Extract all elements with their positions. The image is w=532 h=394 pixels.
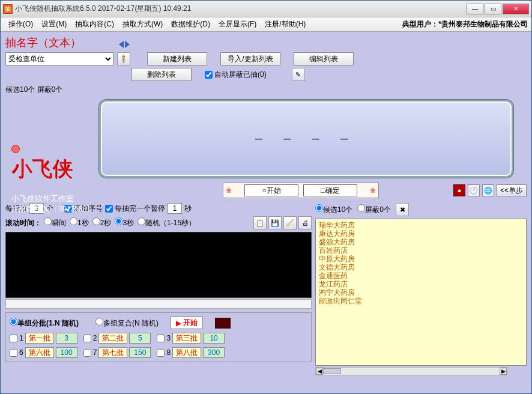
batch-label: 第二批 (98, 333, 127, 344)
batch-value[interactable]: 100 (56, 347, 77, 358)
menu-operate[interactable]: 操作(O) (4, 17, 37, 31)
prev-arrow-icon[interactable] (119, 41, 124, 48)
scroll-right-icon[interactable]: ▶ (500, 368, 507, 375)
batch-label: 第一批 (25, 333, 54, 344)
new-list-button[interactable]: 新建列表 (147, 52, 207, 65)
result-display: — — — — (99, 100, 513, 178)
radio-2s[interactable]: 2秒 (92, 217, 112, 228)
batch-n: 6 (19, 348, 23, 357)
batch-n: 7 (93, 348, 97, 357)
batch-n: 2 (93, 334, 97, 342)
radio-random[interactable]: 随机（1-15秒） (138, 217, 196, 228)
batch-item: 2第二批5 (83, 333, 151, 344)
unit-select[interactable]: 受检查单位 (5, 52, 113, 65)
radio-instant[interactable]: 瞬间 (44, 217, 66, 228)
scroll-thumb[interactable] (323, 368, 341, 374)
control-box: ○开始 □确定 (223, 183, 379, 198)
delete-list-button[interactable]: 删除列表 (131, 68, 192, 81)
list-item[interactable]: 金通医药 (319, 271, 523, 280)
print-icon[interactable]: 🖨 (298, 216, 312, 229)
batch-value[interactable]: 300 (203, 347, 225, 358)
list-item[interactable]: 中原大药房 (319, 255, 523, 263)
batch-check[interactable] (10, 335, 17, 342)
step-button[interactable]: <<单步 (497, 184, 527, 196)
menu-help[interactable]: 注册/帮助(H) (261, 17, 310, 31)
pause-suf: 秒 (184, 204, 192, 214)
clear-icon[interactable]: 🧹 (283, 216, 297, 229)
next-arrow-icon[interactable] (125, 41, 130, 48)
batch-label: 第六批 (25, 347, 54, 358)
note-icon[interactable]: ✎ (292, 68, 305, 81)
list-item[interactable]: 文德大药房 (319, 263, 523, 271)
scroll-left-icon[interactable]: ◀ (316, 368, 323, 375)
batch-value[interactable]: 10 (203, 333, 225, 344)
result-placeholder: — — — — (255, 135, 357, 143)
edit-list-button[interactable]: 编辑列表 (294, 52, 354, 65)
close-button[interactable]: ✕ (503, 4, 529, 14)
contact-info: 注册联系QQ：39135831 (11, 204, 91, 214)
logo-text: 小飞侠 (11, 157, 73, 180)
batch-start-button[interactable]: ▶开始 (171, 317, 203, 329)
batch-check[interactable] (83, 349, 91, 357)
clock-icon[interactable]: 🕐 (468, 184, 480, 196)
logo: 小飞侠 小飞侠软件工作室 注册联系QQ：39135831 (11, 145, 91, 214)
import-list-button[interactable]: 导入/更新列表 (220, 52, 280, 65)
pause-input[interactable] (168, 203, 182, 214)
confirm-button[interactable]: □确定 (303, 184, 357, 196)
menu-method[interactable]: 抽取方式(W) (118, 17, 167, 31)
copy-icon[interactable]: 📋 (253, 216, 267, 229)
batch-item: 7第七批150 (83, 347, 151, 358)
refresh-icon[interactable]: 🧍 (117, 52, 130, 65)
list-delete-icon[interactable]: ✖ (396, 203, 409, 216)
list-item[interactable]: 邮政街同仁堂 (319, 297, 523, 305)
maximize-button[interactable]: ▭ (485, 4, 501, 14)
radio-hidden[interactable]: 屏蔽0个 (357, 204, 391, 215)
menu-data[interactable]: 数据维护(D) (167, 17, 214, 31)
candidate-count: 候选10个 屏蔽0个 (5, 85, 527, 95)
list-item[interactable]: 盛源大药房 (319, 238, 523, 246)
list-item[interactable]: 瑞华大药房 (319, 221, 523, 229)
radio-candidates[interactable]: 候选10个 (315, 204, 352, 215)
batch-n: 1 (19, 334, 23, 342)
list-item[interactable]: 鸿宁大药房 (319, 288, 523, 297)
list-item[interactable]: 龙江药店 (319, 280, 523, 288)
batch-value[interactable]: 5 (129, 333, 151, 344)
window-title: 小飞侠随机抽取系统6.5.0 2017-02-17(星期五) 10:49:21 (15, 4, 467, 14)
stop-icon[interactable] (215, 318, 231, 329)
minimize-button[interactable]: — (467, 4, 483, 14)
menubar: 操作(O) 设置(M) 抽取内容(C) 抽取方式(W) 数据维护(D) 全屏显示… (1, 17, 531, 32)
batch-label: 第八批 (172, 347, 201, 358)
radio-3s[interactable]: 3秒 (115, 217, 134, 228)
batch-label: 第三批 (172, 333, 201, 344)
batch-n: 3 (166, 334, 171, 342)
batch-item: 8第八批300 (157, 347, 225, 358)
candidate-list[interactable]: 瑞华大药房康达大药房盛源大药房百姓药店中原大药房文德大药房金通医药龙江药店鸿宁大… (315, 219, 527, 366)
radio-multi-batch[interactable]: 多组复合(N 随机) (95, 318, 159, 329)
record-icon[interactable]: ● (453, 184, 465, 196)
batch-n: 8 (166, 348, 171, 357)
batch-check[interactable] (10, 349, 17, 357)
output-input[interactable] (5, 299, 312, 309)
start-button[interactable]: ○开始 (244, 184, 298, 196)
h-scrollbar[interactable]: ◀ ▶ (315, 367, 507, 375)
batch-check[interactable] (157, 349, 165, 357)
app-icon: 抽 (3, 4, 13, 14)
menu-fullscreen[interactable]: 全屏显示(F) (214, 17, 261, 31)
batch-check[interactable] (83, 335, 91, 342)
radio-1s[interactable]: 1秒 (70, 217, 89, 228)
radio-single-batch[interactable]: 单组分批(1.N 随机) (10, 318, 79, 329)
batch-value[interactable]: 3 (56, 333, 77, 344)
globe-icon[interactable]: 🌐 (482, 184, 494, 196)
batch-check[interactable] (157, 335, 165, 342)
batch-value[interactable]: 150 (129, 347, 151, 358)
batch-label: 第七批 (98, 347, 127, 358)
batch-panel: 单组分批(1.N 随机) 多组复合(N 随机) ▶开始 1第一批32第二批53第… (5, 312, 312, 362)
list-item[interactable]: 康达大药房 (319, 229, 523, 238)
batch-item: 1第一批3 (10, 333, 77, 344)
pause-check[interactable]: 每抽完一个暂停 (105, 204, 165, 214)
autohide-check[interactable]: 自动屏蔽已抽(0) (205, 70, 267, 80)
menu-settings[interactable]: 设置(M) (37, 17, 71, 31)
list-item[interactable]: 百姓药店 (319, 246, 523, 255)
menu-content[interactable]: 抽取内容(C) (71, 17, 118, 31)
save-icon[interactable]: 💾 (268, 216, 282, 229)
